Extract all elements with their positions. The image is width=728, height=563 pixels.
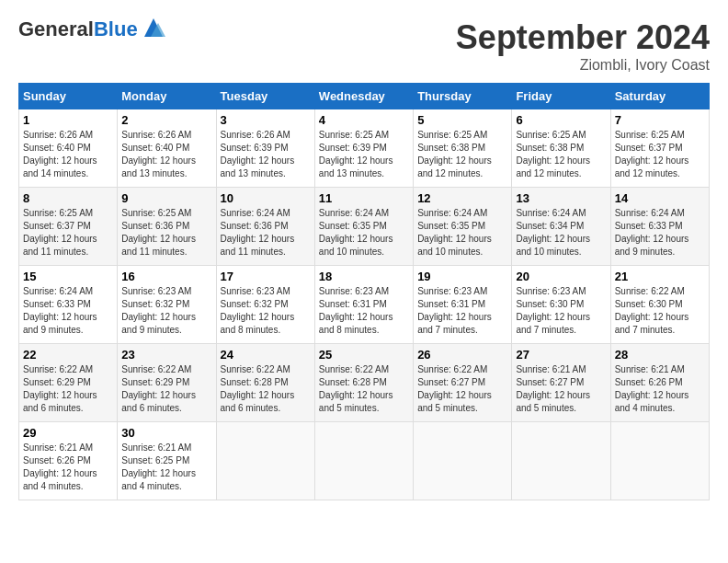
- day-number: 15: [23, 270, 113, 283]
- day-number: 16: [121, 270, 211, 283]
- table-row: 3Sunrise: 6:26 AMSunset: 6:39 PMDaylight…: [216, 109, 314, 188]
- calendar-week-row: 8Sunrise: 6:25 AMSunset: 6:37 PMDaylight…: [19, 188, 710, 266]
- day-number: 22: [23, 348, 113, 362]
- table-row: 19Sunrise: 6:23 AMSunset: 6:31 PMDayligh…: [414, 266, 512, 344]
- day-info: Sunrise: 6:25 AMSunset: 6:38 PMDaylight:…: [417, 129, 507, 180]
- table-row: 8Sunrise: 6:25 AMSunset: 6:37 PMDaylight…: [19, 188, 118, 266]
- day-info: Sunrise: 6:22 AMSunset: 6:27 PMDaylight:…: [417, 363, 507, 415]
- day-info: Sunrise: 6:25 AMSunset: 6:37 PMDaylight:…: [615, 129, 705, 180]
- day-info: Sunrise: 6:24 AMSunset: 6:36 PMDaylight:…: [221, 207, 311, 259]
- table-row: 15Sunrise: 6:24 AMSunset: 6:33 PMDayligh…: [19, 266, 118, 344]
- day-number: 19: [417, 270, 507, 283]
- header-tuesday: Tuesday: [216, 84, 314, 109]
- table-row: 22Sunrise: 6:22 AMSunset: 6:29 PMDayligh…: [19, 344, 118, 422]
- logo: GeneralBlue: [18, 18, 167, 41]
- table-row: 25Sunrise: 6:22 AMSunset: 6:28 PMDayligh…: [314, 344, 413, 422]
- day-info: Sunrise: 6:25 AMSunset: 6:37 PMDaylight:…: [23, 207, 113, 259]
- day-info: Sunrise: 6:21 AMSunset: 6:27 PMDaylight:…: [516, 363, 606, 415]
- table-row: 9Sunrise: 6:25 AMSunset: 6:36 PMDaylight…: [118, 188, 216, 266]
- day-info: Sunrise: 6:26 AMSunset: 6:40 PMDaylight:…: [121, 129, 211, 180]
- day-number: 20: [516, 270, 606, 283]
- day-number: 3: [221, 113, 311, 127]
- calendar-week-row: 29Sunrise: 6:21 AMSunset: 6:26 PMDayligh…: [19, 422, 710, 500]
- day-info: Sunrise: 6:21 AMSunset: 6:25 PMDaylight:…: [121, 442, 211, 493]
- day-info: Sunrise: 6:21 AMSunset: 6:26 PMDaylight:…: [615, 363, 705, 415]
- table-row: 26Sunrise: 6:22 AMSunset: 6:27 PMDayligh…: [414, 344, 512, 422]
- table-row: 4Sunrise: 6:25 AMSunset: 6:39 PMDaylight…: [314, 109, 413, 188]
- day-number: 9: [121, 191, 211, 205]
- day-number: 23: [121, 348, 211, 362]
- day-info: Sunrise: 6:24 AMSunset: 6:33 PMDaylight:…: [615, 207, 705, 259]
- day-number: 27: [516, 348, 606, 362]
- day-number: 29: [23, 426, 113, 440]
- table-row: 14Sunrise: 6:24 AMSunset: 6:33 PMDayligh…: [610, 188, 709, 266]
- day-number: 18: [319, 270, 409, 283]
- calendar-header-row: Sunday Monday Tuesday Wednesday Thursday…: [19, 84, 710, 109]
- month-title: September 2024: [456, 18, 710, 57]
- table-row: 17Sunrise: 6:23 AMSunset: 6:32 PMDayligh…: [216, 266, 314, 344]
- day-number: 2: [121, 113, 211, 127]
- day-info: Sunrise: 6:24 AMSunset: 6:33 PMDaylight:…: [23, 285, 113, 337]
- day-info: Sunrise: 6:22 AMSunset: 6:28 PMDaylight:…: [319, 363, 409, 415]
- header-monday: Monday: [118, 84, 216, 109]
- table-row: [512, 422, 610, 500]
- table-row: 23Sunrise: 6:22 AMSunset: 6:29 PMDayligh…: [118, 344, 216, 422]
- table-row: 5Sunrise: 6:25 AMSunset: 6:38 PMDaylight…: [414, 109, 512, 188]
- day-number: 8: [23, 191, 113, 205]
- header-sunday: Sunday: [19, 84, 118, 109]
- logo-icon: [140, 14, 167, 41]
- day-number: 25: [319, 348, 409, 362]
- day-info: Sunrise: 6:25 AMSunset: 6:39 PMDaylight:…: [319, 129, 409, 180]
- day-number: 4: [319, 113, 409, 127]
- calendar-week-row: 15Sunrise: 6:24 AMSunset: 6:33 PMDayligh…: [19, 266, 710, 344]
- table-row: [610, 422, 709, 500]
- day-info: Sunrise: 6:23 AMSunset: 6:32 PMDaylight:…: [221, 285, 311, 337]
- table-row: 7Sunrise: 6:25 AMSunset: 6:37 PMDaylight…: [610, 109, 709, 188]
- day-number: 5: [417, 113, 507, 127]
- day-info: Sunrise: 6:24 AMSunset: 6:35 PMDaylight:…: [417, 207, 507, 259]
- table-row: 18Sunrise: 6:23 AMSunset: 6:31 PMDayligh…: [314, 266, 413, 344]
- table-row: 21Sunrise: 6:22 AMSunset: 6:30 PMDayligh…: [610, 266, 709, 344]
- day-info: Sunrise: 6:22 AMSunset: 6:29 PMDaylight:…: [121, 363, 211, 415]
- day-number: 7: [615, 113, 705, 127]
- table-row: 6Sunrise: 6:25 AMSunset: 6:38 PMDaylight…: [512, 109, 610, 188]
- logo-blue-text: Blue: [94, 17, 138, 40]
- day-number: 24: [221, 348, 311, 362]
- day-info: Sunrise: 6:21 AMSunset: 6:26 PMDaylight:…: [23, 442, 113, 493]
- day-info: Sunrise: 6:23 AMSunset: 6:31 PMDaylight:…: [417, 285, 507, 337]
- table-row: 1Sunrise: 6:26 AMSunset: 6:40 PMDaylight…: [19, 109, 118, 188]
- day-info: Sunrise: 6:23 AMSunset: 6:30 PMDaylight:…: [516, 285, 606, 337]
- table-row: 2Sunrise: 6:26 AMSunset: 6:40 PMDaylight…: [118, 109, 216, 188]
- day-info: Sunrise: 6:23 AMSunset: 6:31 PMDaylight:…: [319, 285, 409, 337]
- day-info: Sunrise: 6:22 AMSunset: 6:30 PMDaylight:…: [615, 285, 705, 337]
- day-number: 11: [319, 191, 409, 205]
- table-row: 29Sunrise: 6:21 AMSunset: 6:26 PMDayligh…: [19, 422, 118, 500]
- calendar-week-row: 1Sunrise: 6:26 AMSunset: 6:40 PMDaylight…: [19, 109, 710, 188]
- table-row: 30Sunrise: 6:21 AMSunset: 6:25 PMDayligh…: [118, 422, 216, 500]
- day-number: 21: [615, 270, 705, 283]
- table-row: [314, 422, 413, 500]
- table-row: 13Sunrise: 6:24 AMSunset: 6:34 PMDayligh…: [512, 188, 610, 266]
- day-number: 12: [417, 191, 507, 205]
- day-info: Sunrise: 6:25 AMSunset: 6:38 PMDaylight:…: [516, 129, 606, 180]
- day-info: Sunrise: 6:23 AMSunset: 6:32 PMDaylight:…: [121, 285, 211, 337]
- header-saturday: Saturday: [610, 84, 709, 109]
- day-info: Sunrise: 6:25 AMSunset: 6:36 PMDaylight:…: [121, 207, 211, 259]
- calendar-week-row: 22Sunrise: 6:22 AMSunset: 6:29 PMDayligh…: [19, 344, 710, 422]
- day-number: 13: [516, 191, 606, 205]
- table-row: 24Sunrise: 6:22 AMSunset: 6:28 PMDayligh…: [216, 344, 314, 422]
- table-row: 10Sunrise: 6:24 AMSunset: 6:36 PMDayligh…: [216, 188, 314, 266]
- day-number: 30: [121, 426, 211, 440]
- header-wednesday: Wednesday: [314, 84, 413, 109]
- day-number: 14: [615, 191, 705, 205]
- day-number: 1: [23, 113, 113, 127]
- page-header: GeneralBlue September 2024 Ziombli, Ivor…: [18, 18, 710, 74]
- location: Ziombli, Ivory Coast: [456, 57, 710, 74]
- day-number: 28: [615, 348, 705, 362]
- day-number: 6: [516, 113, 606, 127]
- table-row: 11Sunrise: 6:24 AMSunset: 6:35 PMDayligh…: [314, 188, 413, 266]
- day-number: 10: [221, 191, 311, 205]
- logo-general-text: General: [18, 17, 94, 40]
- day-number: 17: [221, 270, 311, 283]
- title-block: September 2024 Ziombli, Ivory Coast: [456, 18, 710, 74]
